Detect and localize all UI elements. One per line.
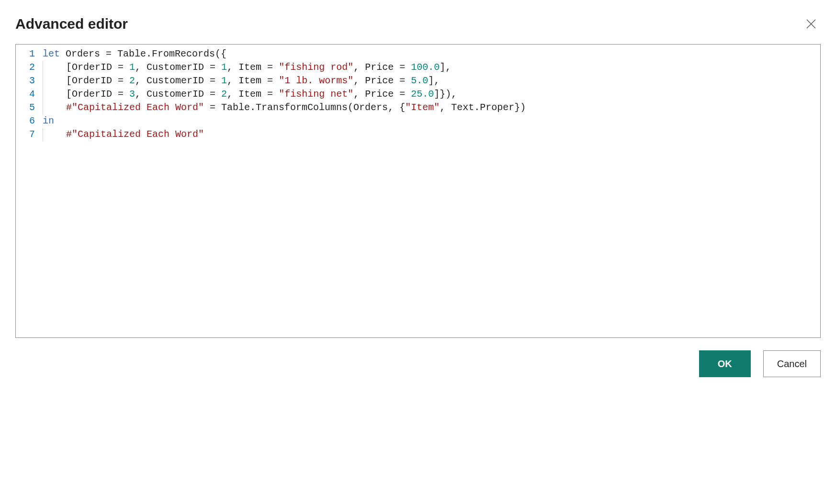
code-line[interactable]: 5 #"Capitalized Each Word" = Table.Trans…: [16, 101, 820, 114]
code-token: ],: [440, 62, 451, 73]
code-token: 2: [129, 75, 135, 86]
code-token: , Price =: [353, 75, 411, 86]
line-content[interactable]: in: [43, 114, 820, 128]
dialog-buttons: OK Cancel: [15, 350, 821, 377]
code-token: #"Capitalized Each Word": [66, 129, 204, 140]
code-line[interactable]: 6in: [16, 114, 820, 128]
line-number: 7: [16, 128, 43, 141]
indent-guide: [43, 88, 66, 101]
line-number: 4: [16, 88, 43, 101]
line-content[interactable]: #"Capitalized Each Word": [43, 128, 820, 141]
code-token: [60, 48, 66, 59]
line-number: 3: [16, 74, 43, 88]
indent-guide: [43, 128, 66, 141]
code-token: 25.0: [411, 89, 434, 100]
cancel-button[interactable]: Cancel: [763, 350, 821, 377]
code-token: ],: [428, 75, 440, 86]
ok-button[interactable]: OK: [699, 350, 751, 377]
code-token: 100.0: [411, 62, 440, 73]
code-editor[interactable]: 1let Orders = Table.FromRecords({2 [Orde…: [15, 44, 821, 338]
line-number: 5: [16, 101, 43, 114]
line-number: 1: [16, 47, 43, 61]
code-token: "1 lb. worms": [279, 75, 353, 86]
close-icon: [806, 19, 816, 29]
code-token: , Price =: [353, 62, 411, 73]
code-line[interactable]: 2 [OrderID = 1, CustomerID = 1, Item = "…: [16, 61, 820, 74]
code-token: "fishing net": [279, 89, 353, 100]
code-line[interactable]: 4 [OrderID = 3, CustomerID = 2, Item = "…: [16, 88, 820, 101]
line-number: 6: [16, 114, 43, 128]
code-token: #"Capitalized Each Word": [66, 102, 204, 113]
code-token: [OrderID =: [66, 75, 129, 86]
code-token: , Item =: [227, 89, 279, 100]
line-content[interactable]: #"Capitalized Each Word" = Table.Transfo…: [43, 101, 820, 114]
dialog-header: Advanced editor: [15, 14, 821, 34]
indent-guide: [43, 61, 66, 74]
code-token: ]}),: [434, 89, 457, 100]
code-token: = Table.TransformColumns(Orders, {: [204, 102, 405, 113]
close-button[interactable]: [802, 14, 821, 34]
code-token: "Item": [405, 102, 440, 113]
line-number: 2: [16, 61, 43, 74]
line-content[interactable]: [OrderID = 3, CustomerID = 2, Item = "fi…: [43, 88, 820, 101]
code-token: 2: [221, 89, 227, 100]
line-content[interactable]: [OrderID = 2, CustomerID = 1, Item = "1 …: [43, 74, 820, 88]
code-token: , Item =: [227, 75, 279, 86]
code-token: , Text.Proper}): [440, 102, 526, 113]
code-token: [OrderID =: [66, 89, 129, 100]
code-token: "fishing rod": [279, 62, 353, 73]
code-token: , Price =: [353, 89, 411, 100]
code-token: [OrderID =: [66, 62, 129, 73]
code-token: 1: [221, 75, 227, 86]
code-token: 1: [221, 62, 227, 73]
code-token: , Item =: [227, 62, 279, 73]
code-line[interactable]: 1let Orders = Table.FromRecords({: [16, 47, 820, 61]
code-token: , CustomerID =: [135, 89, 221, 100]
code-token: let: [43, 48, 60, 59]
line-content[interactable]: let Orders = Table.FromRecords({: [43, 47, 820, 61]
code-token: Orders = Table.FromRecords({: [66, 48, 226, 59]
indent-guide: [43, 74, 66, 88]
dialog-title: Advanced editor: [15, 16, 128, 32]
code-line[interactable]: 3 [OrderID = 2, CustomerID = 1, Item = "…: [16, 74, 820, 88]
code-token: 5.0: [411, 75, 428, 86]
code-token: in: [43, 115, 54, 126]
code-token: , CustomerID =: [135, 62, 221, 73]
code-line[interactable]: 7 #"Capitalized Each Word": [16, 128, 820, 141]
code-token: 1: [129, 62, 135, 73]
code-token: , CustomerID =: [135, 75, 221, 86]
code-token: 3: [129, 89, 135, 100]
line-content[interactable]: [OrderID = 1, CustomerID = 1, Item = "fi…: [43, 61, 820, 74]
indent-guide: [43, 101, 66, 114]
